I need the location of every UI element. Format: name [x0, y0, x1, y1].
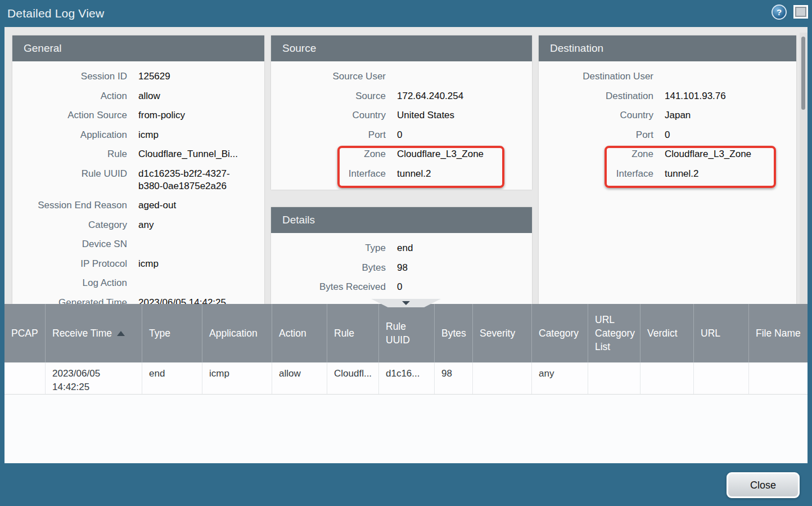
field-value — [665, 70, 777, 83]
table-cell-category: any — [532, 362, 588, 394]
column-header-rule-uuid[interactable]: Rule UUID — [379, 304, 435, 362]
table-row[interactable]: 2023/06/05 14:42:25endicmpallowCloudfl..… — [4, 362, 808, 395]
field-label: Device SN — [12, 238, 127, 250]
field-value: any — [138, 219, 251, 231]
panel-body: TypeendBytes98Bytes Received0 — [271, 233, 532, 293]
column-header-url[interactable]: URL — [694, 304, 749, 362]
panel-title: Destination — [550, 42, 603, 55]
table-cell-url-category-list — [588, 362, 640, 394]
field-row-source-user: Source User — [271, 70, 532, 83]
log-table: PCAPReceive TimeTypeApplicationActionRul… — [4, 304, 808, 463]
field-row-rule: RuleCloudflare_Tunnel_Bi... — [12, 148, 264, 160]
field-value: 2023/06/05 14:42:25 — [138, 297, 251, 305]
column-header-rule[interactable]: Rule — [327, 304, 379, 362]
table-cell-action: allow — [272, 362, 327, 394]
column-header-receive-time[interactable]: Receive Time — [46, 304, 142, 362]
column-header-category[interactable]: Category — [532, 304, 588, 362]
column-header-url-category-list[interactable]: URL Category List — [588, 304, 640, 362]
column-header-label: Rule UUID — [386, 320, 430, 347]
column-header-label: PCAP — [11, 326, 38, 340]
field-row-port: Port0 — [271, 129, 532, 141]
table-cell-file-name — [749, 362, 808, 394]
field-row-session-end-reason: Session End Reasonaged-out — [12, 199, 264, 212]
field-label: Session ID — [12, 70, 127, 83]
panel-body: Destination UserDestination141.101.93.76… — [539, 61, 796, 180]
field-row-zone: ZoneCloudflare_L3_Zone — [539, 148, 796, 160]
column-header-bytes[interactable]: Bytes — [435, 304, 473, 362]
table-cell-rule: Cloudfl... — [327, 362, 379, 394]
field-value: tunnel.2 — [397, 168, 509, 180]
table-cell-application: icmp — [202, 362, 272, 394]
field-row-destination: Destination141.101.93.76 — [539, 90, 796, 102]
field-label: Source — [271, 90, 386, 102]
field-label: Port — [271, 129, 386, 141]
help-icon[interactable]: ? — [772, 5, 787, 20]
table-cell-type: end — [142, 362, 202, 394]
field-label: Category — [12, 219, 127, 231]
field-value: Cloudflare_L3_Zone — [397, 148, 509, 160]
column-header-label: Verdict — [647, 326, 678, 340]
field-value: Cloudflare_L3_Zone — [665, 148, 777, 160]
field-value: 0 — [665, 129, 777, 141]
column-header-verdict[interactable]: Verdict — [640, 304, 694, 362]
field-value: icmp — [138, 129, 251, 141]
column-header-severity[interactable]: Severity — [473, 304, 532, 362]
panel-destination: Destination Destination UserDestination1… — [539, 35, 796, 304]
field-row-interface: Interfacetunnel.2 — [539, 168, 796, 180]
window-icon-glyph — [795, 7, 806, 17]
field-row-source: Source172.64.240.254 — [271, 90, 532, 102]
field-value: d1c16235-b2f2-4327-b380-0ae1875e2a26 — [138, 168, 251, 192]
sort-asc-icon — [117, 331, 125, 336]
title-bar: Detailed Log View — [0, 0, 812, 27]
column-header-label: URL — [701, 326, 720, 340]
close-button[interactable]: Close — [727, 472, 800, 498]
field-label: Country — [539, 109, 653, 122]
column-header-label: Rule — [334, 326, 354, 340]
column-header-type[interactable]: Type — [142, 304, 202, 362]
column-header-file-name[interactable]: File Name — [749, 304, 808, 362]
field-label: Bytes Received — [271, 281, 386, 293]
field-label: Interface — [271, 168, 386, 180]
panel-title: Details — [282, 214, 315, 226]
field-row-bytes: Bytes98 — [271, 262, 532, 274]
field-value: 141.101.93.76 — [665, 90, 777, 102]
field-label: Bytes — [271, 262, 386, 274]
panel-title: General — [24, 42, 62, 55]
table-cell-url — [694, 362, 749, 394]
field-row-port: Port0 — [539, 129, 796, 141]
column-header-label: Category — [539, 326, 579, 340]
field-value: tunnel.2 — [665, 168, 777, 180]
field-label: Action — [12, 90, 127, 102]
field-row-destination-user: Destination User — [539, 70, 796, 83]
field-row-interface: Interfacetunnel.2 — [271, 168, 532, 180]
column-header-label: Bytes — [441, 326, 466, 340]
panel-body: Source UserSource172.64.240.254CountryUn… — [271, 61, 532, 180]
panel-header: Source — [271, 35, 532, 61]
table-cell-rule-uuid: d1c16... — [379, 362, 435, 394]
field-row-rule-uuid: Rule UUIDd1c16235-b2f2-4327-b380-0ae1875… — [12, 168, 264, 192]
field-row-session-id: Session ID125629 — [12, 70, 264, 83]
field-label: Source User — [271, 70, 386, 83]
column-header-application[interactable]: Application — [202, 304, 272, 362]
field-value: allow — [138, 90, 251, 102]
window-icon[interactable] — [793, 5, 808, 19]
field-label: Zone — [539, 148, 653, 160]
field-row-type: Typeend — [271, 242, 532, 254]
field-label: Destination User — [539, 70, 653, 83]
field-label: Port — [539, 129, 653, 141]
column-header-label: Application — [209, 326, 258, 340]
scrollbar-thumb[interactable] — [801, 37, 805, 110]
field-label: Rule UUID — [12, 168, 127, 192]
field-value: 98 — [397, 262, 509, 274]
field-row-country: CountryJapan — [539, 109, 796, 122]
panel-general: General Session ID125629ActionallowActio… — [12, 35, 264, 304]
column-header-action[interactable]: Action — [272, 304, 327, 362]
field-row-action-source: Action Sourcefrom-policy — [12, 109, 264, 122]
column-header-pcap[interactable]: PCAP — [4, 304, 46, 362]
panels-scrollbar[interactable] — [800, 33, 808, 304]
field-value: from-policy — [138, 109, 251, 122]
page-title: Detailed Log View — [0, 7, 104, 20]
help-icon-glyph: ? — [777, 7, 782, 17]
column-header-label: Action — [279, 326, 306, 340]
table-body: 2023/06/05 14:42:25endicmpallowCloudfl..… — [4, 362, 808, 395]
